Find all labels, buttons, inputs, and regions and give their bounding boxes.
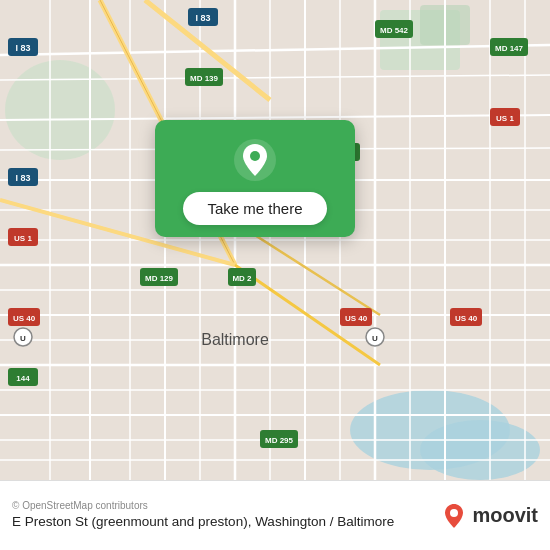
- svg-point-2: [420, 420, 540, 480]
- moovit-text: moovit: [472, 504, 538, 527]
- svg-text:MD 295: MD 295: [265, 436, 294, 445]
- svg-text:U: U: [372, 334, 378, 343]
- svg-text:MD 129: MD 129: [145, 274, 174, 283]
- svg-text:Baltimore: Baltimore: [201, 331, 269, 348]
- svg-text:MD 139: MD 139: [190, 74, 219, 83]
- svg-text:US 1: US 1: [14, 234, 32, 243]
- location-name: E Preston St (greenmount and preston), W…: [12, 513, 440, 531]
- svg-text:I 83: I 83: [15, 173, 30, 183]
- svg-text:U: U: [20, 334, 26, 343]
- svg-text:MD 2: MD 2: [232, 274, 252, 283]
- svg-text:MD 147: MD 147: [495, 44, 524, 53]
- svg-text:US 40: US 40: [345, 314, 368, 323]
- svg-point-81: [450, 509, 458, 517]
- moovit-pin-icon: [440, 502, 468, 530]
- svg-text:MD 542: MD 542: [380, 26, 409, 35]
- map-attribution: © OpenStreetMap contributors: [12, 500, 440, 511]
- svg-text:I 83: I 83: [15, 43, 30, 53]
- location-card: Take me there: [155, 120, 355, 237]
- take-me-there-button[interactable]: Take me there: [183, 192, 326, 225]
- svg-point-80: [250, 151, 260, 161]
- map-container: I 83 I 83 MD 139 MD 542 MD 147 US 1 2 14…: [0, 0, 550, 480]
- bottom-info: © OpenStreetMap contributors E Preston S…: [12, 500, 440, 531]
- moovit-logo: moovit: [440, 502, 538, 530]
- svg-text:US 1: US 1: [496, 114, 514, 123]
- location-pin-icon: [233, 138, 277, 182]
- bottom-bar: © OpenStreetMap contributors E Preston S…: [0, 480, 550, 550]
- svg-point-5: [5, 60, 115, 160]
- svg-text:I 83: I 83: [195, 13, 210, 23]
- svg-text:US 40: US 40: [455, 314, 478, 323]
- map-svg: I 83 I 83 MD 139 MD 542 MD 147 US 1 2 14…: [0, 0, 550, 480]
- svg-text:US 40: US 40: [13, 314, 36, 323]
- svg-text:144: 144: [16, 374, 30, 383]
